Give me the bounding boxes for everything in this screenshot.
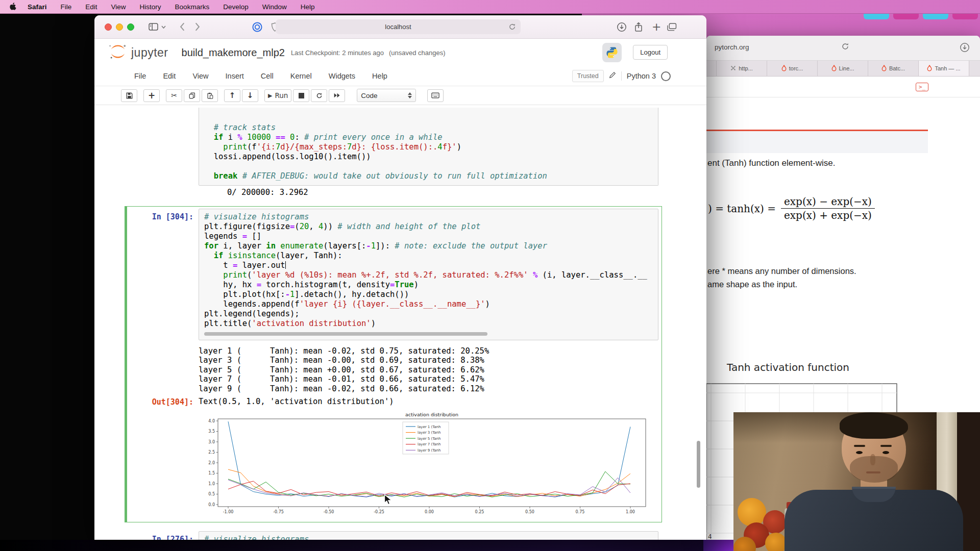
- notebook-menu-view[interactable]: View: [192, 72, 208, 80]
- tanh-formula: ) = tanh(x) = exp(x) − exp(−x) exp(x) + …: [708, 195, 875, 222]
- mouth: [866, 471, 880, 473]
- run-button[interactable]: ▶Run: [264, 89, 291, 102]
- interrupt-kernel-button[interactable]: [293, 89, 309, 102]
- jupyter-logo-text[interactable]: jupyter: [131, 46, 168, 60]
- restart-run-all-button[interactable]: [329, 89, 345, 102]
- menubar-item-bookmarks[interactable]: Bookmarks: [175, 3, 210, 11]
- svg-text:layer 9 (Tanh: layer 9 (Tanh: [418, 448, 440, 453]
- tab-torc-[interactable]: torc...: [767, 61, 818, 76]
- stream-output: layer 1 ( Tanh): mean -0.02, std 0.75, s…: [199, 344, 489, 394]
- code-cell[interactable]: # track stats if i % 10000 == 0: # print…: [125, 105, 662, 200]
- svg-text:0.00: 0.00: [425, 509, 434, 514]
- insert-cell-button[interactable]: +: [143, 89, 160, 102]
- downloads-button[interactable]: [617, 22, 627, 32]
- move-cell-up-button[interactable]: ↑: [224, 89, 240, 102]
- reload-icon[interactable]: [841, 42, 849, 53]
- code-editor[interactable]: # visualize histogramsplt.figure(figsize…: [199, 209, 658, 340]
- address-bar[interactable]: localhost: [276, 19, 521, 34]
- reload-icon[interactable]: [508, 23, 516, 32]
- svg-text:0.25: 0.25: [475, 509, 484, 514]
- notebook-menu-edit[interactable]: Edit: [163, 72, 176, 80]
- apple-menu-icon[interactable]: [9, 3, 16, 11]
- svg-text:0.0: 0.0: [208, 502, 215, 507]
- tab-http-[interactable]: http...: [717, 61, 767, 76]
- code-cell[interactable]: In [276]: # visualize histogramsplt.figu…: [125, 529, 662, 540]
- notebook-title[interactable]: build_makemore_mlp2: [182, 47, 285, 59]
- wallpaper-accent: [703, 539, 734, 551]
- logout-button[interactable]: Logout: [633, 45, 668, 60]
- kernel-name[interactable]: Python 3: [627, 72, 656, 80]
- mouse-cursor: [384, 494, 393, 508]
- safari-toolbar: localhost +: [94, 15, 706, 39]
- copy-cell-button[interactable]: [184, 89, 200, 102]
- notebook-menu-widgets[interactable]: Widgets: [329, 72, 355, 80]
- close-window-button[interactable]: [105, 23, 112, 31]
- svg-text:4.0: 4.0: [208, 418, 215, 423]
- move-cell-down-button[interactable]: ↓: [242, 89, 258, 102]
- cut-cell-button[interactable]: ✂: [166, 89, 182, 102]
- svg-text:-0.50: -0.50: [324, 509, 334, 514]
- command-palette-button[interactable]: [427, 89, 444, 102]
- tab-overview-button[interactable]: [667, 23, 677, 31]
- share-button[interactable]: [634, 22, 643, 32]
- menubar-item-window[interactable]: Window: [262, 3, 287, 11]
- cell-type-select[interactable]: Code: [357, 89, 416, 102]
- notebook-menu-kernel[interactable]: Kernel: [290, 72, 312, 80]
- sidebar-icon[interactable]: [149, 23, 158, 31]
- vertical-scrollbar[interactable]: [697, 441, 700, 488]
- pytorch-flame-icon: [881, 65, 887, 72]
- terminal-icon[interactable]: >_: [916, 83, 928, 91]
- tab-batc-[interactable]: Batc...: [868, 61, 919, 76]
- zoom-window-button[interactable]: [127, 23, 134, 31]
- tab-partial[interactable]: [706, 61, 717, 76]
- svg-text:-0.75: -0.75: [273, 509, 284, 514]
- menubar-item-history[interactable]: History: [140, 3, 161, 11]
- svg-text:layer 3 (Tanh: layer 3 (Tanh: [418, 431, 440, 435]
- back-button[interactable]: [179, 22, 185, 31]
- docs-note-shape: ame shape as the input.: [707, 280, 797, 289]
- svg-text:-0.25: -0.25: [374, 509, 384, 514]
- notebook-body[interactable]: # track stats if i % 10000 == 0: # print…: [94, 105, 706, 540]
- minimize-window-button[interactable]: [116, 23, 123, 31]
- paste-cell-button[interactable]: [202, 89, 218, 102]
- notebook-menu-help[interactable]: Help: [372, 72, 387, 80]
- svg-text:0.75: 0.75: [576, 509, 585, 514]
- code-editor[interactable]: # visualize histogramsplt.figure(figsize…: [199, 531, 658, 540]
- docs-description: ent (Tanh) function element-wise.: [707, 158, 835, 168]
- horizontal-scrollbar[interactable]: [204, 332, 487, 336]
- notebook-menu-insert[interactable]: Insert: [226, 72, 244, 80]
- downloads-icon[interactable]: [960, 42, 970, 55]
- forward-button[interactable]: [195, 22, 201, 31]
- notebook-menu-cell[interactable]: Cell: [261, 72, 274, 80]
- notebook-header: jupyter build_makemore_mlp2 Last Checkpo…: [94, 39, 706, 66]
- svg-text:3.0: 3.0: [208, 439, 215, 444]
- cell-output: 0/ 200000: 3.2962: [199, 186, 308, 197]
- menubar-item-view[interactable]: View: [111, 3, 126, 11]
- menubar-items: SafariFileEditViewHistoryBookmarksDevelo…: [28, 2, 328, 11]
- safari-window: localhost + jupyter build_makemore_mlp2 …: [94, 15, 706, 540]
- notebook-menu-file[interactable]: File: [134, 72, 146, 80]
- code-cell-selected[interactable]: In [304]: # visualize histogramsplt.figu…: [125, 206, 662, 522]
- svg-text:0.5: 0.5: [208, 492, 215, 496]
- address-url[interactable]: pytorch.org: [715, 43, 749, 51]
- new-tab-button[interactable]: +: [652, 20, 661, 33]
- menubar-item-file[interactable]: File: [61, 3, 72, 11]
- screen-record-indicator-icon[interactable]: [252, 21, 263, 33]
- macos-menubar: SafariFileEditViewHistoryBookmarksDevelo…: [0, 0, 980, 14]
- jupyter-logo-icon[interactable]: [108, 44, 128, 61]
- menubar-item-develop[interactable]: Develop: [223, 3, 249, 11]
- svg-text:layer 1 (Tanh: layer 1 (Tanh: [418, 424, 440, 429]
- save-notebook-button[interactable]: [121, 89, 137, 102]
- kernel-status-icon: [661, 71, 671, 81]
- pencil-icon[interactable]: [609, 71, 616, 81]
- tab-line-[interactable]: Line...: [818, 61, 868, 76]
- chevron-down-icon[interactable]: [161, 26, 166, 29]
- trusted-badge[interactable]: Trusted: [572, 70, 604, 82]
- menubar-item-edit[interactable]: Edit: [85, 3, 97, 11]
- tab-tanh-[interactable]: Tanh — ...: [919, 61, 969, 76]
- code-editor[interactable]: # track stats if i % 10000 == 0: # print…: [199, 108, 658, 186]
- restart-kernel-button[interactable]: [311, 89, 327, 102]
- menubar-item-safari[interactable]: Safari: [28, 3, 47, 11]
- svg-text:1.5: 1.5: [208, 471, 215, 475]
- menubar-item-help[interactable]: Help: [301, 3, 315, 11]
